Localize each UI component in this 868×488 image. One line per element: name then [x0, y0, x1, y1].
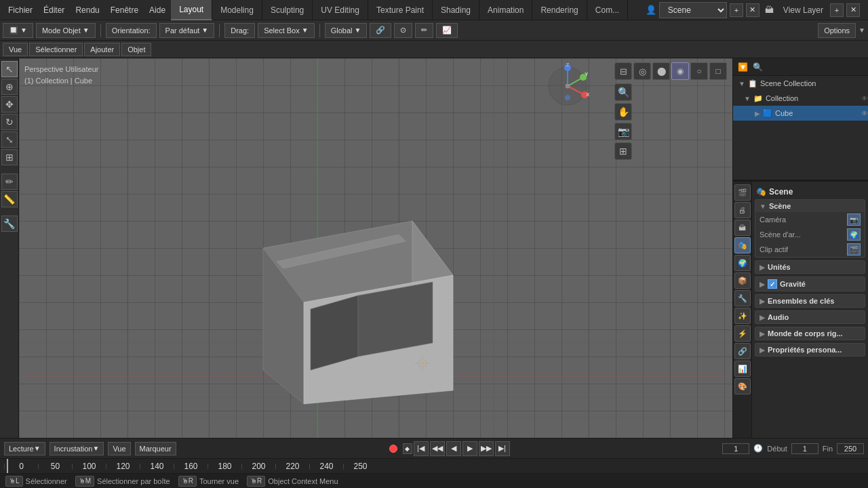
tool-select[interactable]: ↖	[1, 61, 18, 77]
mode-selector[interactable]: Mode Objet ▼	[36, 23, 96, 38]
tool-cursor[interactable]: ⊕	[1, 79, 18, 95]
proportional-btn[interactable]: ⊙	[394, 23, 412, 38]
orientation-selector[interactable]: Par défaut ▼	[159, 23, 215, 38]
tab-uv-editing[interactable]: UV Editing	[313, 0, 368, 20]
lecture-btn[interactable]: Lecture ▼	[4, 442, 45, 455]
tab-animation[interactable]: Animation	[479, 0, 532, 20]
playhead[interactable]	[7, 459, 8, 473]
prop-icon-modifier[interactable]: 🔧	[734, 290, 751, 306]
mode-btn-vue[interactable]: Vue	[3, 43, 28, 56]
collection-vis-icon[interactable]: 👁	[861, 95, 868, 102]
rendered-shading-btn[interactable]: ○	[690, 62, 708, 80]
scrubber-track[interactable]: 0 50 100 120 140 160 180 200 220 240 250	[4, 459, 864, 473]
incrustation-btn[interactable]: Incrustation ▼	[50, 442, 104, 455]
tool-annotate[interactable]: ✏	[1, 174, 18, 190]
tool-add[interactable]: 🔧	[1, 216, 18, 232]
xray-btn[interactable]: ◎	[633, 62, 651, 80]
jump-start-btn[interactable]: |◀	[414, 441, 429, 456]
tool-scale[interactable]: ⤡	[1, 131, 18, 148]
prop-icon-output[interactable]: 🖨	[734, 202, 751, 218]
tool-rotate[interactable]: ↻	[1, 114, 18, 130]
gravite-header[interactable]: ▶ ✓ Gravité	[755, 277, 865, 291]
material-shading-btn[interactable]: ◉	[671, 62, 689, 80]
monde-header[interactable]: ▶ Monde de corps rig...	[755, 327, 865, 340]
start-frame-input[interactable]	[791, 443, 818, 454]
menu-fichier[interactable]: Fichier	[3, 4, 38, 16]
jump-end-btn[interactable]: ▶|	[495, 441, 510, 456]
outliner-scene-collection[interactable]: ▼ 📋 Scene Collection	[733, 76, 868, 91]
tool-move[interactable]: ✥	[1, 96, 18, 113]
tool-transform[interactable]: ⊞	[1, 149, 18, 165]
mode-btn-selectionner[interactable]: Sélectionner	[29, 43, 83, 56]
tab-layout[interactable]: Layout	[171, 0, 212, 20]
prop-icon-world[interactable]: 🌍	[734, 255, 751, 271]
menu-editer[interactable]: Éditer	[38, 4, 70, 16]
options-btn[interactable]: Options	[818, 23, 856, 38]
solid-shading-btn[interactable]: ⬤	[652, 62, 670, 80]
marqueur-btn[interactable]: Marqueur	[135, 442, 176, 455]
tool-measure[interactable]: 📏	[1, 191, 18, 207]
prop-icon-material[interactable]: 🎨	[734, 378, 751, 394]
prop-icon-physics[interactable]: ⚡	[734, 325, 751, 342]
falloff-btn[interactable]: 📈	[436, 23, 458, 38]
annotate-btn[interactable]: ✏	[415, 23, 433, 38]
unites-header[interactable]: ▶ Unités	[755, 261, 865, 273]
scene-add-btn[interactable]: +	[730, 3, 743, 17]
scrubber[interactable]: 0 50 100 120 140 160 180 200 220 240 250	[0, 458, 868, 473]
prop-icon-object[interactable]: 📦	[734, 272, 751, 289]
editor-type-btn[interactable]: 🔲 ▼	[3, 23, 33, 38]
tab-com[interactable]: Com...	[587, 0, 628, 20]
mode-btn-objet[interactable]: Objet	[121, 43, 151, 56]
snap-btn[interactable]: 🔗	[370, 23, 391, 38]
tab-shading[interactable]: Shading	[433, 0, 479, 20]
ensembles-header[interactable]: ▶ Ensembles de clés	[755, 295, 865, 307]
audio-header[interactable]: ▶ Audio	[755, 311, 865, 323]
menu-aide[interactable]: Aide	[144, 4, 171, 16]
pivot-selector[interactable]: Global ▼	[325, 23, 368, 38]
prop-icon-data[interactable]: 📊	[734, 361, 751, 377]
outliner-icon-search[interactable]: 🔍	[751, 60, 764, 74]
prop-icon-particles[interactable]: ✨	[734, 308, 751, 324]
jump-prev-btn[interactable]: ◀◀	[430, 441, 445, 456]
viewport-overlays-btn[interactable]: ⊟	[614, 62, 632, 80]
proprietes-header[interactable]: ▶ Propriétés persona...	[755, 344, 865, 356]
view-layer-add-btn[interactable]: +	[830, 3, 844, 17]
tab-modeling[interactable]: Modeling	[212, 0, 262, 20]
keyframe-dot[interactable]	[389, 445, 397, 453]
camera-btn[interactable]: 📷	[614, 123, 632, 140]
tab-sculpting[interactable]: Sculpting	[262, 0, 313, 20]
prop-icon-render[interactable]: 🎬	[734, 184, 751, 201]
tab-texture-paint[interactable]: Texture Paint	[368, 0, 433, 20]
prop-icon-scene[interactable]: 🎭	[734, 237, 751, 253]
menu-fenetre[interactable]: Fenêtre	[105, 4, 144, 16]
view-layer-remove-btn[interactable]: ✕	[846, 3, 860, 17]
scene-selector[interactable]: Scene	[659, 2, 727, 18]
viewport-gizmo[interactable]: Z X Y	[544, 62, 591, 110]
menu-rendu[interactable]: Rendu	[70, 4, 104, 16]
next-frame-btn[interactable]: ▶▶	[479, 441, 494, 456]
prop-icon-constraints[interactable]: 🔗	[734, 343, 751, 359]
play-btn[interactable]: ▶	[462, 441, 477, 456]
tab-rendering[interactable]: Rendering	[532, 0, 587, 20]
outliner-collection[interactable]: ▼ 📁 Collection 👁	[733, 91, 868, 106]
zoom-btn[interactable]: 🔍	[614, 83, 632, 101]
wireframe-shading-btn[interactable]: □	[709, 62, 727, 80]
cube-vis-icon[interactable]: 👁	[861, 110, 868, 117]
scene-ar-value[interactable]: 🌍	[847, 228, 861, 241]
end-frame-input[interactable]	[837, 443, 864, 454]
outliner-icon-filter[interactable]: 🔽	[736, 60, 749, 74]
viewport[interactable]: Perspective Utilisateur (1) Collection |…	[19, 58, 732, 438]
scene-remove-btn[interactable]: ✕	[746, 3, 760, 17]
pan-btn[interactable]: ✋	[614, 103, 632, 121]
gravite-checkbox[interactable]: ✓	[768, 279, 777, 289]
grid-btn[interactable]: ⊞	[614, 142, 632, 160]
clip-value[interactable]: 🎬	[847, 243, 861, 256]
outliner-cube[interactable]: ▶ 🟦 Cube 👁	[733, 106, 868, 121]
scene-subsection-header[interactable]: ▼ Scène	[755, 200, 865, 212]
drag-selector[interactable]: Select Box ▼	[258, 23, 315, 38]
camera-value[interactable]: 📷	[847, 214, 861, 226]
vue-btn[interactable]: Vue	[108, 442, 130, 455]
prev-frame-btn[interactable]: ◀	[446, 441, 461, 456]
current-frame-input[interactable]	[722, 443, 749, 454]
prop-icon-view-layer[interactable]: 🏔	[734, 220, 751, 236]
